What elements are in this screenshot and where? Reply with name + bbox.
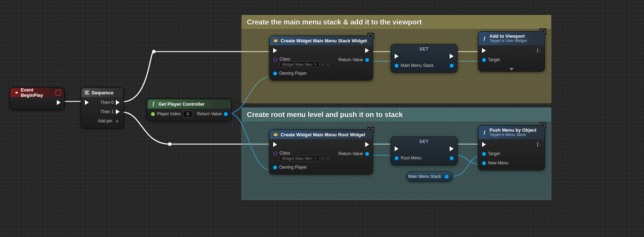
exec-in-pin[interactable] [395, 53, 434, 59]
var-out-pin[interactable] [450, 62, 454, 69]
node-event-beginplay[interactable]: Event BeginPlay [10, 88, 65, 110]
exec-in-pin[interactable] [395, 146, 422, 152]
set-label: SET [391, 137, 457, 144]
asset-nav-icons[interactable]: ⇐ ⊙ [321, 62, 331, 67]
sequence-icon [85, 91, 89, 94]
exec-in-pin[interactable] [85, 99, 89, 106]
node-subtitle: Target is Menu Stack [489, 132, 536, 137]
node-title: Get Player Controller [158, 101, 205, 107]
node-title: Create Widget Main Menu Root Widget [281, 132, 365, 137]
node-create-widget-stack[interactable]: Create Widget Main Menu Stack Widget Cla… [269, 36, 373, 80]
node-create-widget-root[interactable]: Create Widget Main Menu Root Widget Clas… [269, 130, 373, 174]
node-title: Sequence [92, 90, 113, 95]
return-value-pin[interactable]: Return Value [339, 151, 369, 157]
var-in-pin[interactable]: Main Menu Stack [395, 62, 434, 69]
function-icon: f [151, 101, 156, 106]
dropdown-value: Widget Main Men [282, 62, 313, 67]
node-sequence[interactable]: Sequence Then 0 Then 1 ＋Add pin [81, 88, 124, 128]
svg-rect-5 [274, 39, 278, 40]
node-get-player-controller[interactable]: f Get Player Controller Player Index Ret… [147, 99, 232, 121]
node-set-root-menu[interactable]: SET Root Menu [391, 137, 458, 165]
return-value-pin[interactable]: Return Value [197, 111, 228, 117]
function-icon: f [482, 130, 487, 135]
pin-label: Then 1 [101, 109, 114, 114]
pin-label: Target [488, 57, 500, 62]
event-icon [14, 90, 18, 95]
node-header[interactable]: f Add to Viewport Target is User Widget [478, 32, 545, 45]
class-dropdown[interactable]: Widget Main Men▼ [280, 156, 320, 161]
pin-label: New Menu [488, 160, 508, 165]
pin-label: Return Value [197, 111, 222, 116]
comment-title[interactable]: Create root menu level and push it on to… [242, 108, 551, 121]
node-header[interactable]: Create Widget Main Menu Stack Widget [270, 36, 373, 45]
node-get-main-menu-stack[interactable]: Main Menu Stack [406, 172, 453, 181]
asset-nav-icons[interactable]: ⇐ ⊙ [321, 156, 331, 161]
node-add-to-viewport[interactable]: f Add to Viewport Target is User Widget … [478, 31, 545, 72]
new-menu-pin[interactable]: New Menu [482, 160, 508, 166]
target-pin[interactable]: Target [482, 151, 508, 157]
pin-label: Target [488, 151, 500, 156]
node-title: Create Widget Main Menu Stack Widget [281, 38, 367, 43]
owning-player-pin[interactable]: Owning Player [273, 164, 331, 170]
pin-label: Then 0 [101, 100, 114, 105]
var-in-pin[interactable]: Root Menu [395, 155, 422, 161]
node-header[interactable]: f Get Player Controller [147, 99, 231, 109]
node-subtitle: Target is User Widget [489, 38, 527, 43]
node-header[interactable]: f Push Menu by Object Target is Menu Sta… [478, 126, 545, 139]
exec-out-pin[interactable] [365, 47, 369, 54]
var-out-pin[interactable] [450, 155, 454, 161]
exec-out-pin[interactable] [450, 146, 454, 152]
target-pin[interactable]: Target [482, 57, 500, 63]
pin-label: Return Value [339, 151, 363, 156]
comment-title[interactable]: Create the main menu stack & add it to t… [242, 15, 551, 29]
node-push-menu-by-object[interactable]: f Push Menu by Object Target is Menu Sta… [478, 125, 545, 170]
blueprint-graph[interactable]: Create the main menu stack & add it to t… [0, 0, 644, 237]
exec-out-pin[interactable] [365, 141, 369, 148]
set-label: SET [391, 44, 457, 52]
pin-label: Owning Player [279, 165, 307, 170]
widget-icon [273, 132, 278, 137]
var-out-pin[interactable] [445, 175, 449, 179]
exec-in-pin[interactable] [273, 141, 331, 148]
node-header[interactable]: Create Widget Main Menu Root Widget [270, 130, 373, 139]
exec-out-pin[interactable] [537, 47, 541, 54]
exec-out-pin[interactable] [537, 141, 541, 148]
return-value-pin[interactable]: Return Value [339, 57, 369, 63]
player-index-pin[interactable]: Player Index [151, 111, 193, 117]
exec-out-pin[interactable] [450, 53, 454, 59]
add-pin-button[interactable]: ＋Add pin [98, 118, 120, 124]
class-pin[interactable]: Class Widget Main Men▼ ⇐ ⊙ [273, 57, 331, 67]
class-dropdown[interactable]: Widget Main Men▼ [280, 62, 320, 67]
exec-in-pin[interactable] [273, 47, 331, 54]
pin-label: Return Value [339, 57, 363, 62]
exec-out-pin[interactable] [57, 99, 61, 106]
widget-icon [273, 38, 278, 43]
exec-in-pin[interactable] [482, 47, 500, 54]
node-header[interactable]: Sequence [81, 88, 123, 97]
pin-label: Class [280, 151, 331, 156]
svg-rect-11 [274, 133, 278, 134]
svg-point-0 [152, 50, 156, 53]
svg-point-1 [168, 142, 172, 146]
exec-then1-pin[interactable]: Then 1 [101, 109, 120, 115]
pin-label: Owning Player [279, 71, 307, 76]
owning-player-pin[interactable]: Owning Player [273, 70, 331, 77]
pin-label: Main Menu Stack [401, 63, 434, 68]
pin-label: Class [280, 57, 331, 62]
player-index-input[interactable] [183, 111, 193, 117]
var-label: Main Menu Stack [408, 174, 441, 179]
function-icon: f [482, 36, 487, 41]
expand-chevron-icon[interactable] [509, 68, 514, 70]
class-pin[interactable]: Class Widget Main Men▼ ⇐ ⊙ [273, 151, 331, 161]
pin-label: Add pin [98, 118, 112, 123]
pin-label: Player Index [157, 111, 181, 116]
dropdown-value: Widget Main Men [282, 156, 313, 160]
node-header[interactable]: Event BeginPlay [10, 88, 64, 97]
exec-then0-pin[interactable]: Then 0 [101, 99, 120, 106]
node-set-main-menu-stack[interactable]: SET Main Menu Stack [391, 44, 458, 73]
pin-label: Root Menu [401, 156, 422, 160]
node-title: Event BeginPlay [21, 87, 53, 98]
exec-in-pin[interactable] [482, 141, 508, 148]
delegate-pin[interactable] [55, 90, 61, 96]
